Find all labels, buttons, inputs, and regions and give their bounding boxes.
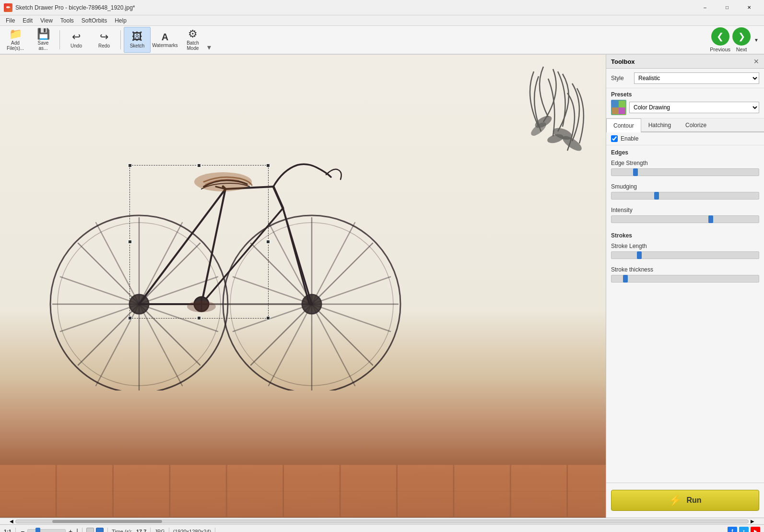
facebook-icon[interactable]: f: [728, 527, 737, 532]
svg-rect-64: [619, 101, 625, 107]
horizontal-scrollbar[interactable]: [15, 520, 749, 523]
svg-line-12: [78, 243, 139, 304]
sketch-button[interactable]: 🖼 Sketch: [124, 27, 151, 53]
enable-label: Enable: [621, 135, 638, 142]
redo-button[interactable]: ↪ Redo: [91, 27, 118, 53]
save-as-button[interactable]: 💾 Save as...: [30, 27, 57, 53]
menu-help[interactable]: Help: [111, 16, 130, 25]
svg-line-32: [312, 243, 373, 304]
svg-line-34: [312, 304, 373, 365]
svg-rect-62: [0, 465, 606, 518]
close-button[interactable]: ✕: [738, 0, 760, 15]
presets-select[interactable]: Color Drawing Black & White Pencil Sketc…: [629, 102, 759, 113]
stroke-length-slider-row: Stroke Length: [606, 241, 764, 264]
style-row: Style Realistic Pencil Ink Watercolor: [606, 69, 764, 88]
toolbox-title: Toolbox: [611, 58, 635, 65]
stroke-length-slider[interactable]: [611, 251, 759, 259]
scroll-left-arrow[interactable]: ◀: [10, 519, 13, 524]
menu-softorbits[interactable]: SoftOrbits: [78, 16, 111, 25]
menu-file[interactable]: File: [2, 16, 19, 25]
status-separator-4: [150, 528, 151, 532]
status-icon-1: [86, 528, 94, 532]
presets-label: Presets: [611, 91, 759, 98]
strokes-section-title: Strokes: [606, 228, 764, 241]
youtube-icon[interactable]: ▶: [751, 527, 760, 532]
edges-section-title: Edges: [606, 145, 764, 158]
edge-strength-label: Edge Strength: [611, 160, 759, 166]
zoom-ratio: 1:1: [4, 529, 12, 532]
toolbox-spacer: [606, 288, 764, 483]
watermarks-button[interactable]: A Watermarks: [152, 27, 178, 53]
save-as-label: Save as...: [38, 40, 49, 51]
presets-icon: [611, 100, 626, 115]
stroke-thickness-label: Stroke thickness: [611, 266, 759, 273]
canvas-area[interactable]: [0, 55, 606, 518]
menu-tools[interactable]: Tools: [57, 16, 78, 25]
batch-mode-icon: ⚙: [188, 29, 198, 39]
undo-label: Undo: [71, 43, 82, 48]
previous-label: Previous: [710, 47, 730, 52]
enable-checkbox[interactable]: [611, 135, 618, 142]
edge-strength-slider[interactable]: [611, 168, 759, 176]
tab-hatching[interactable]: Hatching: [641, 118, 678, 131]
tab-colorize[interactable]: Colorize: [678, 118, 714, 131]
menu-view[interactable]: View: [36, 16, 57, 25]
svg-line-15: [139, 304, 200, 365]
plant-decoration: [495, 64, 591, 210]
zoom-reset-button[interactable]: |: [76, 528, 78, 532]
dimensions-label: (1920x1280x24): [173, 529, 212, 532]
maximize-button[interactable]: □: [716, 0, 738, 15]
sketch-icon: 🖼: [132, 32, 142, 42]
app-icon: ✏: [4, 3, 12, 12]
presets-row: Presets Color Drawing Black & White Penc…: [606, 88, 764, 118]
intensity-slider[interactable]: [611, 215, 759, 223]
stroke-thickness-slider[interactable]: [611, 275, 759, 283]
svg-line-14: [78, 304, 139, 365]
watermarks-icon: A: [162, 32, 168, 42]
zoom-slider[interactable]: [27, 529, 66, 532]
toolbar: 📁 Add File(s)... 💾 Save as... ↩ Undo ↪ R…: [0, 26, 764, 55]
toolbox-close-button[interactable]: ✕: [753, 58, 759, 65]
undo-button[interactable]: ↩ Undo: [63, 27, 90, 53]
zoom-in-button[interactable]: +: [68, 528, 73, 532]
edge-strength-slider-row: Edge Strength: [606, 158, 764, 181]
run-button[interactable]: ⚡ Run: [611, 490, 759, 511]
menu-edit[interactable]: Edit: [19, 16, 36, 25]
next-button[interactable]: ❯ Next: [732, 27, 751, 52]
format-label: JPG: [154, 529, 165, 532]
svg-point-2: [547, 133, 564, 144]
stroke-thickness-slider-row: Stroke thickness: [606, 264, 764, 288]
batch-mode-button[interactable]: ⚙ Batch Mode: [179, 27, 206, 53]
zoom-out-button[interactable]: −: [20, 528, 25, 532]
toolbar-dropdown-arrow[interactable]: ▾: [207, 43, 211, 52]
menu-bar: File Edit View Tools SoftOrbits Help: [0, 15, 764, 26]
zoom-controls: − + |: [20, 528, 78, 532]
style-label: Style: [611, 75, 630, 82]
enable-row: Enable: [606, 132, 764, 145]
save-as-icon: 💾: [37, 29, 50, 39]
twitter-icon[interactable]: t: [739, 527, 749, 532]
stroke-length-label: Stroke Length: [611, 243, 759, 249]
previous-button[interactable]: ❮ Previous: [710, 27, 730, 52]
tab-contour[interactable]: Contour: [606, 118, 641, 132]
intensity-label: Intensity: [611, 207, 759, 213]
time-label: Time (s):: [112, 529, 132, 532]
minimize-button[interactable]: –: [694, 0, 716, 15]
svg-line-13: [139, 243, 200, 304]
style-select[interactable]: Realistic Pencil Ink Watercolor: [634, 72, 759, 84]
smudging-label: Smudging: [611, 183, 759, 190]
next-label: Next: [736, 47, 747, 52]
toolbar-separator-2: [120, 30, 121, 49]
window-controls: – □ ✕: [694, 0, 760, 15]
previous-icon: ❮: [711, 27, 729, 46]
tabs-row: Contour Hatching Colorize: [606, 118, 764, 132]
status-separator-1: [15, 528, 16, 532]
status-separator-2: [82, 528, 82, 532]
settings-button[interactable]: ▼: [751, 27, 762, 53]
smudging-slider[interactable]: [611, 192, 759, 200]
scroll-right-arrow[interactable]: ▶: [751, 519, 754, 524]
scrollbar-thumb[interactable]: [52, 520, 162, 523]
add-file-button[interactable]: 📁 Add File(s)...: [2, 27, 29, 53]
status-separator-5: [169, 528, 169, 532]
svg-line-47: [273, 187, 283, 208]
